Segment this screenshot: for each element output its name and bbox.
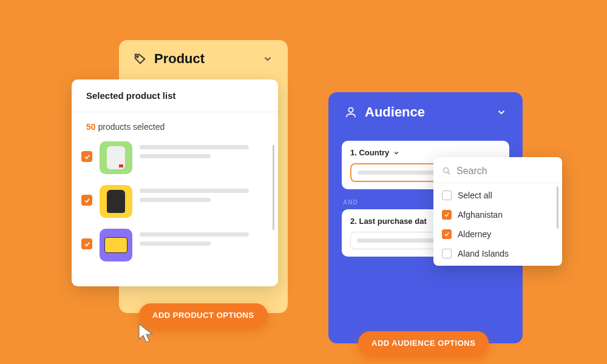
country-dropdown: Search Select all Afghanistan Alderney A… [433, 157, 562, 266]
product-title: Product [154, 51, 205, 67]
option-label: Aland Islands [458, 249, 509, 258]
chevron-down-icon[interactable] [496, 107, 507, 118]
cursor-icon [137, 322, 156, 345]
chevron-down-icon [393, 149, 400, 157]
checkbox[interactable] [442, 210, 452, 220]
product-list [72, 141, 278, 282]
product-text-placeholder [140, 229, 268, 251]
product-text-placeholder [140, 185, 268, 207]
dropdown-option[interactable]: Alderney [433, 224, 562, 244]
chevron-down-icon[interactable] [262, 53, 273, 64]
product-header[interactable]: Product [119, 40, 288, 78]
person-icon [344, 106, 358, 119]
option-label: Select all [458, 190, 492, 200]
audience-header[interactable]: Audience [328, 92, 523, 132]
checkbox[interactable] [81, 195, 92, 206]
add-product-options-button[interactable]: ADD PRODUCT OPTIONS [139, 303, 268, 327]
dropdown-option[interactable]: Aland Islands [433, 244, 562, 263]
option-label: Alderney [458, 229, 491, 239]
list-item[interactable] [81, 141, 268, 174]
count-text: products selected [98, 122, 164, 132]
checkbox[interactable] [81, 151, 92, 162]
count-number: 50 [86, 122, 96, 132]
scrollbar[interactable] [273, 145, 274, 230]
list-item[interactable] [81, 229, 268, 261]
search-placeholder: Search [456, 166, 487, 177]
list-item[interactable] [81, 185, 268, 218]
dropdown-option-select-all[interactable]: Select all [433, 186, 562, 205]
product-thumbnail [100, 229, 132, 261]
checkbox[interactable] [442, 249, 452, 258]
scrollbar[interactable] [557, 186, 558, 229]
product-text-placeholder [140, 141, 268, 163]
svg-point-1 [348, 108, 353, 112]
svg-point-2 [444, 168, 449, 173]
product-thumbnail [100, 185, 132, 218]
dropdown-option[interactable]: Afghanistan [433, 205, 562, 224]
audience-title: Audience [365, 104, 425, 120]
product-thumbnail [100, 141, 132, 174]
popup-title: Selected product list [72, 79, 278, 112]
search-icon [442, 166, 452, 176]
checkbox[interactable] [81, 238, 92, 249]
dropdown-search[interactable]: Search [433, 160, 562, 183]
filter-label[interactable]: 1. Country [350, 148, 501, 157]
svg-line-3 [448, 172, 450, 175]
product-count: 50 products selected [72, 112, 278, 141]
option-label: Afghanistan [458, 210, 503, 220]
svg-point-0 [137, 56, 138, 58]
checkbox[interactable] [442, 190, 452, 200]
tag-icon [134, 52, 147, 66]
add-audience-options-button[interactable]: ADD AUDIENCE OPTIONS [358, 331, 489, 355]
product-popup: Selected product list 50 products select… [72, 79, 278, 286]
checkbox[interactable] [442, 229, 452, 239]
